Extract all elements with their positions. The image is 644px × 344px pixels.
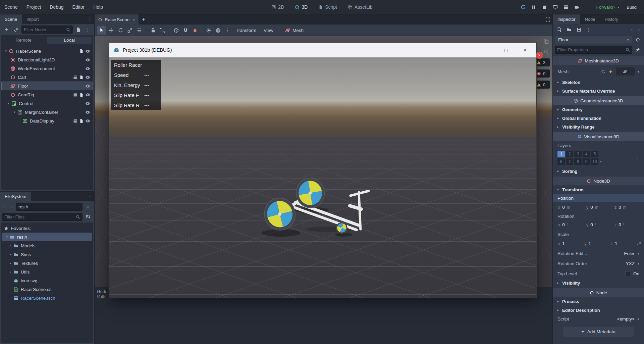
list-select-button[interactable] — [135, 26, 144, 35]
fs-item-icon-svg[interactable]: icon.svg — [1, 276, 93, 285]
layers-menu-icon[interactable]: ⋮ — [635, 155, 640, 161]
scene-instance-icon[interactable] — [73, 119, 77, 123]
tab-history[interactable]: History — [600, 14, 623, 24]
scale-z-field[interactable]: z 1 — [611, 241, 636, 246]
close-button[interactable]: × — [516, 43, 535, 57]
property-mesh[interactable]: Mesh ▾ — [553, 65, 644, 78]
menu-scene[interactable]: Scene — [0, 0, 22, 14]
rotation-z-field[interactable]: z 0° — [614, 222, 641, 228]
tab-node[interactable]: Node — [580, 14, 600, 24]
group-geometry[interactable]: ▸ Geometry — [553, 105, 644, 114]
position-y-field[interactable]: y 0 m — [586, 205, 613, 210]
expand-arrow-icon[interactable]: ▸ — [8, 244, 13, 247]
rotation-x-field[interactable]: x 0° — [558, 222, 585, 228]
restart-button[interactable] — [519, 2, 528, 12]
remote-debug-button[interactable] — [551, 2, 560, 12]
sort-files-icon[interactable] — [84, 212, 92, 221]
position-x-field[interactable]: x 0 m — [558, 205, 585, 210]
group-global-illumination[interactable]: ▸ Global Illumination — [553, 114, 644, 122]
layer-8[interactable]: 8 — [574, 158, 582, 165]
game-window-titlebar[interactable]: Project 381b (DEBUG) – □ × — [109, 43, 536, 57]
fs-item-sims[interactable]: ▸ Sims — [1, 250, 93, 259]
close-tab-icon[interactable]: × — [132, 17, 135, 22]
script-icon[interactable] — [79, 93, 84, 97]
fs-item-res[interactable]: ▾ res:// — [2, 233, 92, 241]
class-header-meshinstance3d[interactable]: MeshInstance3D — [553, 56, 644, 65]
fs-item-racerscene-tscn[interactable]: RacerScene.tscn — [1, 294, 93, 302]
history-back-button[interactable]: ‹ — [629, 25, 635, 34]
layer-7[interactable]: 7 — [566, 158, 573, 165]
mesh-extra-icon[interactable] — [601, 69, 605, 74]
scale-x-field[interactable]: x 1 — [558, 241, 583, 246]
menu-project[interactable]: Project — [22, 0, 46, 14]
select-tool-button[interactable] — [97, 26, 106, 35]
scene-instance-icon[interactable] — [73, 93, 77, 97]
fs-item-models[interactable]: ▸ Models — [1, 241, 93, 250]
property-rotation[interactable]: Rotation — [553, 212, 644, 220]
tree-node-directionallight3d[interactable]: DirectionalLight3D — [1, 55, 93, 64]
visibility-eye-icon[interactable] — [85, 57, 90, 62]
rotate-tool-button[interactable] — [116, 26, 125, 35]
mesh-preview[interactable] — [616, 67, 635, 76]
script-icon[interactable] — [79, 119, 84, 123]
instantiate-scene-button[interactable] — [12, 25, 20, 34]
script-icon[interactable] — [79, 49, 84, 53]
group-node-button[interactable] — [158, 26, 167, 35]
class-header-visualinstance3d[interactable]: VisualInstance3D — [553, 132, 644, 141]
class-header-node3d[interactable]: Node3D — [553, 177, 644, 185]
minimize-button[interactable]: – — [477, 43, 496, 57]
visibility-eye-icon[interactable] — [85, 84, 90, 89]
filter-nodes-input[interactable] — [24, 27, 64, 32]
local-space-button[interactable] — [172, 26, 180, 35]
stop-button[interactable] — [540, 2, 549, 12]
resource-menu-icon[interactable]: ⋮ — [584, 25, 593, 34]
chevron-down-icon[interactable]: ▾ — [638, 70, 639, 73]
movie-maker-button[interactable] — [583, 2, 592, 12]
focus-object-icon[interactable] — [633, 35, 642, 44]
hamburger-icon[interactable]: ≡ — [84, 202, 92, 211]
rotation-y-field[interactable]: y 0° — [586, 222, 613, 228]
load-resource-button[interactable] — [565, 25, 573, 34]
class-header-geometryinstance3d[interactable]: GeometryInstance3D — [553, 96, 644, 105]
workspace-script[interactable]: Script — [314, 0, 341, 14]
visibility-eye-icon[interactable] — [85, 75, 90, 80]
visibility-eye-icon[interactable] — [85, 92, 90, 97]
tab-inspector[interactable]: Inspector — [553, 14, 580, 24]
visibility-eye-icon[interactable] — [85, 66, 90, 71]
group-visibility-range[interactable]: ▸ Visibility Range — [553, 122, 644, 131]
tree-node-racerscene[interactable]: ▾ RacerScene — [1, 47, 93, 55]
expand-arrow-icon[interactable]: ▸ — [8, 253, 13, 256]
maximize-button[interactable]: □ — [496, 43, 516, 57]
filter-files-input[interactable] — [4, 214, 74, 219]
play-scene-button[interactable] — [561, 2, 571, 12]
pin-icon[interactable] — [633, 45, 642, 54]
expand-arrow-icon[interactable]: ▸ — [8, 261, 13, 265]
play-custom-scene-button[interactable] — [572, 2, 582, 12]
notification-close-icon[interactable]: × — [536, 52, 543, 59]
tab-import[interactable]: Import — [22, 14, 44, 24]
position-z-field[interactable]: z 0 m — [614, 205, 641, 210]
tree-node-datadisplay[interactable]: DataDisplay — [1, 116, 93, 125]
fs-item-textures[interactable]: ▸ Textures — [1, 259, 93, 267]
pause-button[interactable] — [529, 2, 539, 12]
visibility-eye-icon[interactable] — [85, 110, 90, 115]
collapse-arrow-icon[interactable]: ▾ — [6, 102, 11, 105]
move-tool-button[interactable] — [107, 26, 115, 35]
preview-sun-button[interactable] — [204, 26, 213, 35]
scene-tree-menu-icon[interactable]: ⋮ — [84, 25, 92, 34]
attach-script-button[interactable] — [74, 25, 83, 34]
layer-6[interactable]: 6 — [557, 158, 565, 165]
transform-menu[interactable]: Transform — [232, 26, 260, 35]
group-process[interactable]: ▸ Process — [553, 297, 644, 306]
save-resource-button[interactable] — [574, 25, 583, 34]
copy-icon[interactable] — [542, 38, 550, 45]
game-viewport[interactable]: Roller Racer Speed --- Kin. Energy --- — [109, 57, 536, 298]
game-window[interactable]: Project 381b (DEBUG) – □ × — [109, 42, 537, 298]
tree-node-worldenvironment[interactable]: WorldEnvironment — [1, 64, 93, 73]
property-top-level[interactable]: Top Level On — [553, 268, 644, 279]
edited-object-select[interactable]: Floor ▾ — [555, 35, 632, 44]
menu-debug[interactable]: Debug — [45, 0, 68, 14]
camera-override-button[interactable] — [191, 26, 199, 35]
tab-scene[interactable]: Scene — [0, 14, 22, 24]
layer-9[interactable]: 9 — [583, 158, 590, 165]
